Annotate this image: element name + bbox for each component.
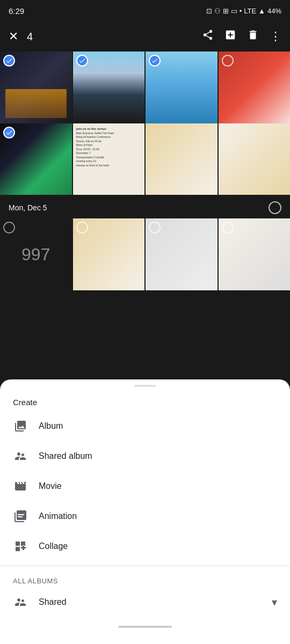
delete-button[interactable] (247, 29, 259, 44)
all-albums-title: All albums (13, 577, 58, 585)
signal-icon: ▲ (258, 7, 265, 15)
movie-item[interactable]: Movie (0, 471, 290, 501)
date-check[interactable] (269, 201, 281, 214)
date-separator: Mon, Dec 5 (0, 195, 290, 218)
date-label: Mon, Dec 5 (9, 203, 47, 212)
photo-cell-7[interactable] (146, 123, 218, 195)
album-label: Album (39, 421, 63, 431)
chevron-down-icon: ▾ (272, 596, 277, 609)
album-item[interactable]: Album (0, 411, 290, 441)
photo-cell-2[interactable] (73, 52, 145, 123)
photo-cell-8[interactable] (219, 123, 291, 195)
shared-row[interactable]: Shared ▾ (0, 587, 290, 617)
animation-label: Animation (39, 511, 77, 521)
photo-cell-6[interactable]: join us to the venue Main Entrance Sofit… (73, 123, 145, 195)
bottom-sheet: Create Album Shared album Movie (0, 379, 290, 644)
photo-text-6: join us to the venue Main Entrance Sofit… (76, 127, 142, 168)
toolbar-right: ⋮ (202, 29, 281, 44)
shared-row-left: Shared (13, 595, 67, 610)
lte-label: LTE (244, 7, 256, 15)
photo-grid-row1 (0, 52, 290, 123)
check-10[interactable] (76, 222, 88, 233)
collage-item[interactable]: Collage (0, 531, 290, 561)
selection-count: 4 (27, 31, 33, 43)
photo-grid-row2: join us to the venue Main Entrance Sofit… (0, 123, 290, 195)
check-12[interactable] (222, 222, 234, 233)
status-time: 6:29 (9, 6, 24, 16)
create-section-title: Create (0, 387, 290, 411)
divider (0, 566, 290, 566)
check-4[interactable] (222, 55, 234, 67)
movie-label: Movie (39, 481, 62, 491)
shared-album-item[interactable]: Shared album (0, 441, 290, 471)
photo-cell-11[interactable] (146, 218, 218, 290)
animation-icon (13, 509, 28, 524)
photo-cell-3[interactable] (146, 52, 218, 123)
photo-cell-9[interactable]: 997 (0, 218, 72, 290)
share-button[interactable] (202, 29, 214, 44)
photo-cell-4[interactable] (219, 52, 291, 123)
screen-icon: ▭ (231, 7, 237, 15)
check-3[interactable] (149, 55, 161, 67)
toolbar: ✕ 4 ⋮ (0, 21, 290, 52)
animation-item[interactable]: Animation (0, 501, 290, 531)
shared-album-label: Shared album (39, 451, 92, 461)
more-button[interactable]: ⋮ (270, 30, 281, 43)
notification-icon: ⊡ (206, 7, 212, 15)
add-button[interactable] (224, 29, 236, 44)
check-5[interactable] (3, 127, 15, 138)
wifi-icon: ⚇ (214, 7, 221, 15)
all-albums-section: All albums (0, 570, 290, 587)
album-icon (13, 419, 28, 434)
photo-cell-10[interactable] (73, 218, 145, 290)
toolbar-left: ✕ 4 (9, 30, 33, 43)
collage-label: Collage (39, 541, 68, 551)
photo-number-9: 997 (21, 244, 50, 264)
battery-label: 44% (267, 7, 281, 15)
shared-icon (13, 595, 28, 610)
photo-grid-row3: 997 (0, 218, 290, 290)
shared-label: Shared (39, 597, 67, 607)
check-9[interactable] (3, 222, 15, 233)
scroll-handle (118, 626, 172, 628)
collage-icon (13, 539, 28, 554)
close-button[interactable]: ✕ (9, 30, 18, 43)
dot-icon: • (240, 7, 242, 15)
photo-cell-1[interactable] (0, 52, 72, 123)
sim-icon: ⊞ (223, 7, 229, 15)
check-1[interactable] (3, 55, 15, 67)
check-2[interactable] (76, 55, 88, 67)
photo-cell-5[interactable] (0, 123, 72, 195)
photo-cell-12[interactable] (219, 218, 291, 290)
shared-album-icon (13, 449, 28, 464)
status-icons: ⊡ ⚇ ⊞ ▭ • LTE ▲ 44% (206, 7, 281, 15)
check-11[interactable] (149, 222, 161, 233)
status-bar: 6:29 ⊡ ⚇ ⊞ ▭ • LTE ▲ 44% (0, 0, 290, 21)
movie-icon (13, 479, 28, 494)
